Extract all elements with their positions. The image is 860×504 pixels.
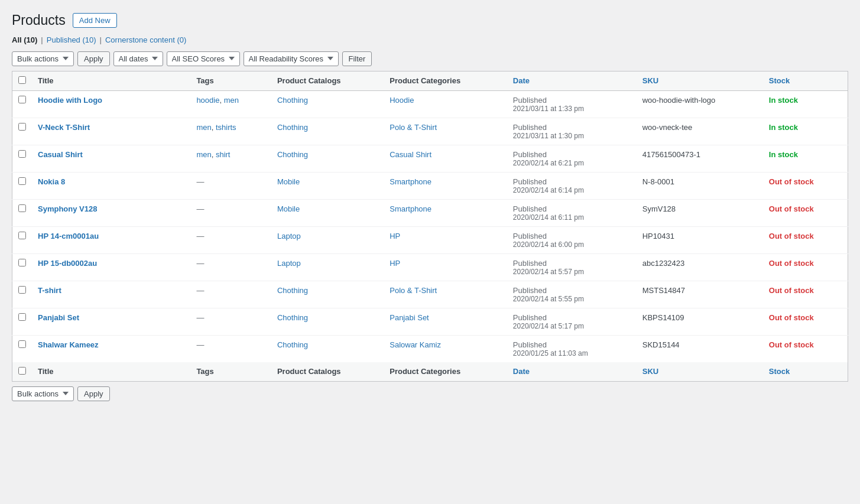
product-title-link[interactable]: Symphony V128 (38, 204, 97, 213)
bulk-actions-select[interactable]: Bulk actions (12, 51, 74, 66)
product-stock-cell: Out of stock (763, 226, 848, 253)
col-footer-stock-link[interactable]: Stock (769, 367, 790, 376)
product-title-link[interactable]: HP 15-db0002au (38, 259, 97, 268)
product-catalog-link[interactable]: Chothing (277, 340, 308, 349)
product-catalog-link[interactable]: Chothing (277, 313, 308, 322)
seo-scores-select[interactable]: All SEO Scores (167, 51, 240, 66)
product-category-link[interactable]: Polo & T-Shirt (390, 123, 437, 132)
row-checkbox[interactable] (18, 177, 26, 185)
product-title-link[interactable]: HP 14-cm0001au (38, 232, 99, 240)
product-category-link[interactable]: Casual Shirt (390, 150, 431, 159)
all-dates-select[interactable]: All dates (113, 51, 163, 66)
product-tags-cell: — (190, 172, 271, 199)
row-checkbox-cell (12, 118, 33, 145)
table-row: Symphony V128 — Mobile Smartphone Publis… (12, 199, 848, 226)
product-catalog-link[interactable]: Mobile (277, 204, 300, 213)
product-category-link[interactable]: Smartphone (390, 204, 431, 213)
product-title-cell: HP 15-db0002au (32, 253, 190, 281)
product-date-cell: Published 2020/02/14 at 6:11 pm (507, 199, 637, 226)
apply-button-bottom[interactable]: Apply (77, 386, 110, 401)
product-sku-cell: KBPS14109 (637, 308, 763, 335)
product-title-link[interactable]: V-Neck T-Shirt (38, 123, 90, 132)
row-checkbox[interactable] (18, 232, 26, 239)
product-stock-status: In stock (769, 96, 798, 105)
product-title-link[interactable]: Casual Shirt (38, 150, 83, 159)
product-stock-status: Out of stock (769, 232, 814, 240)
product-date-cell: Published 2020/02/14 at 6:00 pm (507, 226, 637, 253)
filter-button[interactable]: Filter (342, 51, 372, 66)
product-title-link[interactable]: Nokia 8 (38, 177, 65, 186)
product-category-link[interactable]: HP (390, 232, 400, 240)
select-all-col (12, 71, 33, 90)
bulk-actions-select-bottom[interactable]: Bulk actions (12, 386, 74, 401)
tag-link[interactable]: shirt (216, 150, 231, 159)
product-title-link[interactable]: Hoodie with Logo (38, 96, 102, 105)
product-title-link[interactable]: T-shirt (38, 286, 61, 295)
select-all-footer-col (12, 362, 33, 382)
product-category-link[interactable]: Smartphone (390, 177, 431, 186)
select-all-footer-checkbox[interactable] (18, 367, 26, 375)
product-catalog-link[interactable]: Chothing (277, 286, 308, 295)
row-checkbox-cell (12, 308, 33, 335)
table-wrap: Title Tags Product Catalogs Product Cate… (12, 71, 848, 382)
product-catalog-link[interactable]: Laptop (277, 232, 301, 240)
add-new-button[interactable]: Add New (73, 13, 117, 28)
product-categories-cell: Casual Shirt (384, 145, 507, 172)
tab-all-link[interactable]: All (10) (12, 35, 37, 44)
tag-link[interactable]: men (196, 150, 211, 159)
product-catalog-link[interactable]: Chothing (277, 96, 308, 105)
product-category-link[interactable]: HP (390, 259, 400, 268)
row-checkbox[interactable] (18, 340, 26, 348)
product-title-link[interactable]: Panjabi Set (38, 313, 79, 322)
product-tags-cell: — (190, 253, 271, 281)
product-stock-cell: Out of stock (763, 335, 848, 362)
product-date-time: 2021/03/11 at 1:30 pm (513, 132, 631, 140)
product-date-time: 2020/02/14 at 6:11 pm (513, 213, 631, 222)
row-checkbox[interactable] (18, 96, 26, 103)
product-category-link[interactable]: Hoodie (390, 96, 414, 105)
product-categories-cell: Polo & T-Shirt (384, 281, 507, 308)
row-checkbox[interactable] (18, 204, 26, 212)
product-stock-status: Out of stock (769, 177, 814, 186)
product-status: Published (513, 340, 547, 349)
col-footer-sku-link[interactable]: SKU (642, 367, 658, 376)
product-title-cell: Panjabi Set (32, 308, 190, 335)
product-category-link[interactable]: Polo & T-Shirt (390, 286, 437, 295)
product-stock-cell: Out of stock (763, 172, 848, 199)
col-header-sku-link[interactable]: SKU (642, 76, 658, 85)
tab-cornerstone-link[interactable]: Cornerstone content (0) (105, 35, 186, 44)
product-catalogs-cell: Chothing (271, 335, 384, 362)
product-date-time: 2020/02/14 at 6:14 pm (513, 186, 631, 194)
col-header-date-link[interactable]: Date (513, 76, 530, 85)
row-checkbox[interactable] (18, 286, 26, 294)
col-footer-title: Title (32, 362, 190, 382)
product-tags-cell: — (190, 226, 271, 253)
apply-button-top[interactable]: Apply (77, 51, 110, 66)
tag-link[interactable]: hoodie (196, 96, 219, 105)
row-checkbox[interactable] (18, 259, 26, 266)
product-title-cell: Symphony V128 (32, 199, 190, 226)
table-row: Shalwar Kameez — Chothing Salowar Kamiz … (12, 335, 848, 362)
product-catalog-link[interactable]: Chothing (277, 150, 308, 159)
product-catalog-link[interactable]: Chothing (277, 123, 308, 132)
product-catalogs-cell: Mobile (271, 172, 384, 199)
tab-published-link[interactable]: Published (10) (47, 35, 96, 44)
col-header-stock-link[interactable]: Stock (769, 76, 790, 85)
row-checkbox[interactable] (18, 313, 26, 321)
tag-link[interactable]: tshirts (216, 123, 236, 132)
product-title-link[interactable]: Shalwar Kameez (38, 340, 99, 349)
col-footer-stock: Stock (763, 362, 848, 382)
select-all-checkbox[interactable] (18, 76, 26, 84)
product-catalog-link[interactable]: Mobile (277, 177, 300, 186)
row-checkbox[interactable] (18, 150, 26, 158)
product-catalog-link[interactable]: Laptop (277, 259, 301, 268)
product-catalogs-cell: Chothing (271, 281, 384, 308)
product-category-link[interactable]: Panjabi Set (390, 313, 429, 322)
row-checkbox[interactable] (18, 123, 26, 131)
product-category-link[interactable]: Salowar Kamiz (390, 340, 441, 349)
tag-link[interactable]: men (196, 123, 211, 132)
tag-link[interactable]: men (224, 96, 239, 105)
product-date-cell: Published 2020/01/25 at 11:03 am (507, 335, 637, 362)
col-footer-date-link[interactable]: Date (513, 367, 530, 376)
readability-scores-select[interactable]: All Readability Scores (244, 51, 339, 66)
